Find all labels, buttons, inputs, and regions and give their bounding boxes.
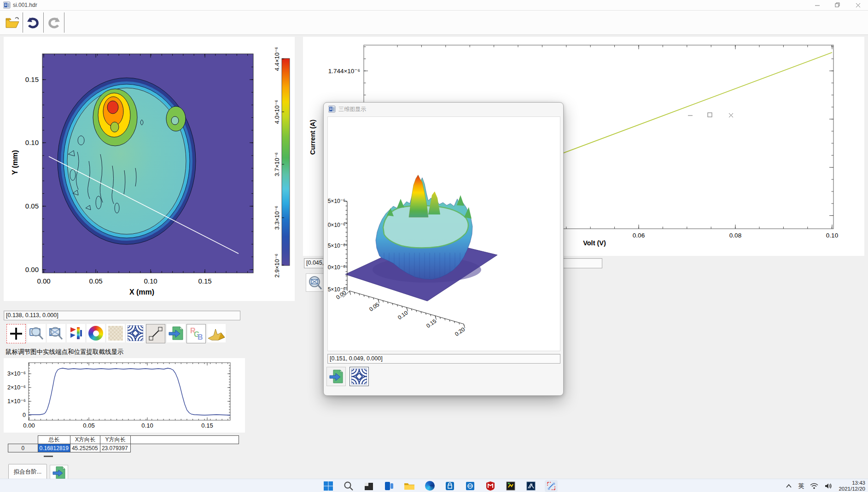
contour-ytick: 0.15 — [25, 75, 39, 83]
clock[interactable]: 13:43 2021/12/20 — [839, 480, 865, 492]
popup-minimize-button[interactable] — [681, 109, 699, 121]
remote-app-button[interactable] — [464, 480, 477, 492]
surface-ztick: .0×10⁻⁶ — [328, 264, 345, 271]
surface-ztick: .5×10⁻⁶ — [328, 243, 345, 249]
export-data-icon — [329, 369, 344, 384]
hint-text: 鼠标调节图中实线端点和位置提取截线显示 — [6, 348, 124, 356]
green-patch — [166, 106, 186, 131]
contour-xtick: 0.10 — [144, 277, 157, 285]
profile-xtick: 0.00 — [23, 422, 35, 429]
cursor-position-bar: [0.138, 0.113, 0.000] — [4, 311, 240, 320]
volume-icon[interactable] — [824, 483, 833, 489]
screenshot-tool-button-active[interactable] — [545, 480, 558, 492]
task-host-button[interactable] — [362, 480, 375, 492]
store-button[interactable] — [443, 480, 456, 492]
zoom-reset-tool[interactable] — [47, 324, 65, 342]
iv-zoom-reset-tool[interactable] — [306, 273, 324, 292]
color-scale-tool[interactable] — [67, 324, 85, 342]
zoom-reset-icon — [48, 325, 64, 342]
ni-app-button[interactable] — [524, 480, 537, 492]
clock-time: 13:43 — [839, 480, 865, 486]
popup-titlebar[interactable]: 三维图显示 — [324, 103, 563, 116]
export-data-tool[interactable] — [326, 367, 346, 386]
task-host-icon — [364, 481, 374, 491]
fringe-pattern-tool[interactable] — [126, 324, 145, 342]
store-icon — [445, 481, 455, 491]
file-explorer-button[interactable] — [403, 480, 416, 492]
texture-icon — [108, 326, 123, 341]
edge-button[interactable] — [423, 480, 436, 492]
close-button[interactable] — [848, 0, 868, 10]
start-button[interactable] — [322, 480, 335, 492]
iv-xtick: 0.08 — [729, 232, 741, 239]
y-length-cell[interactable]: 23.079397 — [100, 444, 130, 452]
contour-plot[interactable]: 0.15 0.10 0.05 0.00 0.00 0.05 0.10 0.15 … — [4, 37, 295, 301]
open-file-button[interactable] — [3, 13, 22, 32]
fringe-pattern-icon — [351, 369, 367, 384]
line-profile-tool[interactable] — [146, 324, 165, 343]
app-titlebar: si.001.hdr — [0, 0, 868, 11]
restore-button[interactable] — [827, 0, 848, 10]
taskbar: 英 13:43 2021/12/20 — [0, 479, 868, 492]
colorbar-label: 4.4×10⁻⁶ — [274, 47, 280, 71]
rgb-tool[interactable]: R G B — [186, 324, 206, 343]
popup-close-button[interactable] — [722, 109, 740, 121]
rgb-icon: R G B — [188, 326, 204, 342]
labview-button[interactable] — [504, 480, 517, 492]
row-index-cell[interactable]: 0 — [8, 444, 38, 452]
open-folder-icon — [5, 16, 20, 29]
fringe-pattern-tool[interactable] — [350, 367, 369, 386]
color-wheel-icon — [88, 326, 103, 341]
contour-ytick: 0.10 — [25, 139, 39, 146]
color-wheel-tool[interactable] — [87, 324, 105, 342]
search-button[interactable] — [342, 480, 355, 492]
profile-ytick: 3×10⁻⁶ — [7, 370, 26, 377]
x-length-cell[interactable]: 45.252505 — [70, 444, 100, 452]
folder-icon — [404, 481, 415, 491]
surface-3d-plot[interactable]: .5×10⁻⁶ .0×10⁻⁶ .5×10⁻⁶ .0×10⁻⁶ .5×10⁻⁶ … — [328, 117, 560, 351]
minimize-button[interactable] — [807, 0, 827, 10]
export-data-tool[interactable] — [167, 324, 185, 342]
profile-ytick: 0 — [23, 412, 26, 418]
surface-xtick: 0.10 — [396, 309, 409, 321]
crosshair-tool[interactable] — [6, 324, 26, 343]
screenshot-tool-icon — [546, 480, 557, 492]
col-header-y-length[interactable]: Y方向长 — [100, 436, 130, 444]
surface-xtick: 0.20 — [454, 326, 466, 337]
undo-icon — [26, 16, 40, 29]
col-header-total-length[interactable]: 总长 — [38, 436, 70, 444]
window-title: si.001.hdr — [13, 2, 37, 8]
clock-date: 2021/12/20 — [839, 486, 865, 492]
redo-button[interactable] — [44, 13, 64, 32]
contour-xtick: 0.15 — [198, 277, 211, 285]
popup-title: 三维图显示 — [338, 105, 366, 113]
col-header-x-length[interactable]: X方向长 — [70, 436, 100, 444]
table-resize-handle[interactable] — [44, 456, 53, 457]
profile-plot[interactable]: 3×10⁻⁶ 2×10⁻⁶ 1×10⁻⁶ 0 0.00 0.05 0.10 0.… — [4, 358, 245, 433]
undo-button[interactable] — [23, 13, 43, 32]
contour-panel: 0.15 0.10 0.05 0.00 0.00 0.05 0.10 0.15 … — [4, 37, 295, 301]
widgets-button[interactable] — [383, 480, 396, 492]
contour-xtick: 0.00 — [37, 277, 50, 285]
mcafee-shield-icon — [485, 481, 495, 491]
chevron-up-icon[interactable] — [786, 484, 792, 488]
surface-xtick: 0.05 — [368, 301, 380, 313]
popup-3d-canvas[interactable]: .5×10⁻⁶ .0×10⁻⁶ .5×10⁻⁶ .0×10⁻⁶ .5×10⁻⁶ … — [327, 116, 560, 351]
mcafee-button[interactable] — [484, 480, 497, 492]
colorbar-label: 4.0×10⁻⁶ — [274, 100, 280, 124]
zoom-region-tool[interactable] — [27, 324, 46, 342]
iv-ytick-label: 1.744×10⁻⁶ — [328, 68, 360, 75]
export-table-button[interactable] — [50, 465, 68, 480]
ime-indicator[interactable]: 英 — [798, 482, 804, 490]
main-toolbar — [0, 11, 868, 35]
popup-maximize-button[interactable] — [701, 109, 719, 121]
taskbar-icons — [322, 480, 558, 492]
surface-3d-tool[interactable] — [207, 324, 226, 342]
edge-icon — [425, 481, 435, 491]
svg-text:B: B — [198, 333, 203, 341]
texture-tool[interactable] — [106, 324, 125, 342]
labview-icon — [506, 481, 516, 491]
wifi-icon[interactable] — [810, 483, 818, 489]
total-length-cell[interactable]: 0.16812819 — [38, 444, 70, 452]
iv-xtick: 0.10 — [826, 232, 838, 239]
